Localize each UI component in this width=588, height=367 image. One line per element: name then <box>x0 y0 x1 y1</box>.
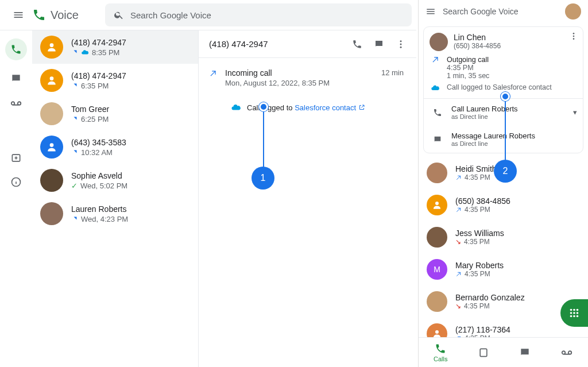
dialpad-fab[interactable] <box>560 299 588 327</box>
list-title: (217) 118-7364 <box>455 325 510 334</box>
rail-archive[interactable] <box>10 152 22 164</box>
outgoing-arrow-icon <box>71 49 78 56</box>
info-icon <box>10 176 22 188</box>
voicemail-icon <box>10 97 22 110</box>
voice-logo-icon <box>32 8 46 22</box>
profile-avatar[interactable] <box>565 3 581 20</box>
svg-point-14 <box>570 309 572 311</box>
list-item[interactable]: M Mary Roberts 4:35 PM <box>419 253 588 285</box>
nav-calls-label: Calls <box>434 356 447 362</box>
avatar <box>427 195 447 215</box>
voicemail-icon <box>560 346 573 359</box>
list-item[interactable]: Jess Williams ↘4:35 PM <box>419 221 588 253</box>
menu-button[interactable] <box>425 6 436 17</box>
search-bar[interactable]: Search Google Voice <box>105 3 412 26</box>
list-time: 4:35 PM <box>465 173 490 181</box>
search-placeholder[interactable]: Search Google Voice <box>443 7 558 16</box>
phone-icon <box>10 44 22 55</box>
detail-number: (418) 474-2947 <box>209 39 346 49</box>
action-message[interactable]: Message Lauren Roberts as Direct line <box>424 126 583 153</box>
missed-arrow-icon: ↘ <box>455 238 461 246</box>
answered-check-icon: ✓ <box>71 181 78 190</box>
salesforce-log-row: Call logged to Salesforce contact <box>231 102 406 113</box>
outgoing-arrow-icon <box>430 56 441 64</box>
svg-point-12 <box>435 330 439 334</box>
conversation-item[interactable]: Tom Greer 6:25 PM <box>32 97 198 130</box>
contacts-icon <box>478 347 489 358</box>
avatar <box>427 163 447 183</box>
action-msg-label: Message Lauren Roberts <box>451 132 535 140</box>
svg-point-20 <box>570 315 572 318</box>
outgoing-arrow-icon <box>71 149 78 156</box>
bottom-nav: Calls <box>419 337 588 367</box>
avatar <box>427 291 447 312</box>
svg-point-15 <box>573 309 575 311</box>
menu-button[interactable] <box>5 9 32 21</box>
conversation-item[interactable]: Sophie Asveld ✓Wed, 5:02 PM <box>32 164 198 197</box>
more-vert-icon <box>569 32 578 41</box>
person-icon <box>46 41 57 53</box>
phone-icon <box>432 108 443 117</box>
conversation-item[interactable]: (418) 474-2947 6:35 PM <box>32 64 198 97</box>
conversation-time: 10:32 AM <box>81 148 113 157</box>
rail-info[interactable] <box>10 176 22 188</box>
archive-icon <box>10 152 22 164</box>
svg-rect-13 <box>480 349 487 356</box>
nav-contacts[interactable] <box>478 347 489 358</box>
avatar <box>40 36 63 59</box>
svg-point-21 <box>573 315 575 318</box>
callout-badge-1: 1 <box>252 167 274 190</box>
hamburger-icon <box>13 9 24 21</box>
conversation-time: 6:35 PM <box>81 82 109 90</box>
list-time: 4:35 PM <box>464 238 490 246</box>
card-more-button[interactable] <box>569 32 578 41</box>
rail-calls[interactable] <box>5 38 27 60</box>
dialpad-icon <box>568 307 581 319</box>
avatar <box>427 227 447 248</box>
nav-calls[interactable]: Calls <box>434 343 447 362</box>
conversation-item[interactable]: (643) 345-3583 10:32 AM <box>32 130 198 164</box>
nav-voicemail[interactable] <box>560 346 573 359</box>
callout-anchor <box>259 102 268 111</box>
list-title: Bernardo Gonzalez <box>455 293 525 302</box>
svg-point-6 <box>400 43 402 45</box>
conversation-title: (418) 474-2947 <box>71 71 126 80</box>
right-app: Search Google Voice Lin Chen (650) 384-4… <box>418 0 588 367</box>
svg-point-9 <box>573 36 575 37</box>
detail-body: Incoming call Mon, August 12, 2022, 8:35… <box>199 58 416 123</box>
app-title: Voice <box>32 8 79 22</box>
list-item[interactable]: (650) 384-4856 4:35 PM <box>419 189 588 221</box>
list-title: Mary Roberts <box>455 261 504 270</box>
call-entry: Incoming call Mon, August 12, 2022, 8:35… <box>209 68 406 87</box>
more-vert-icon <box>396 39 406 49</box>
more-button[interactable] <box>396 39 406 49</box>
salesforce-cloud-icon <box>430 83 441 92</box>
avatar <box>430 33 448 51</box>
outgoing-arrow-icon <box>71 215 78 222</box>
action-call[interactable]: Call Lauren Roberts as Direct line ▾ <box>424 99 583 126</box>
card-call-duration: 1 min, 35 sec <box>447 72 489 80</box>
svg-point-3 <box>50 76 54 80</box>
phone-icon <box>352 39 362 49</box>
svg-point-22 <box>577 315 579 318</box>
conversation-item[interactable]: Lauren Roberts Wed, 4:23 PM <box>32 197 198 230</box>
conversation-time: 6:25 PM <box>81 115 109 123</box>
call-button[interactable] <box>352 39 362 49</box>
conversation-title: Sophie Asveld <box>71 171 127 180</box>
svg-point-19 <box>577 312 579 314</box>
conversation-list: (418) 474-2947 8:35 PM (418) 474-2947 6:… <box>32 30 199 367</box>
outgoing-arrow-icon <box>455 207 462 213</box>
rail-voicemail[interactable] <box>10 97 22 110</box>
message-button[interactable] <box>374 39 384 49</box>
list-title: (650) 384-4856 <box>455 196 510 206</box>
outgoing-arrow-icon <box>71 82 78 89</box>
salesforce-contact-link[interactable]: Salesforce contact <box>295 103 365 112</box>
salesforce-cloud-icon <box>231 102 241 113</box>
conversation-item[interactable]: (418) 474-2947 8:35 PM <box>32 30 198 64</box>
card-sf-text: Call logged to Salesforce contact <box>447 83 552 91</box>
rail-messages[interactable] <box>10 73 22 84</box>
card-sf-log: Call logged to Salesforce contact <box>430 83 577 92</box>
message-icon <box>519 347 531 358</box>
nav-messages[interactable] <box>519 347 531 358</box>
search-icon <box>113 10 125 20</box>
